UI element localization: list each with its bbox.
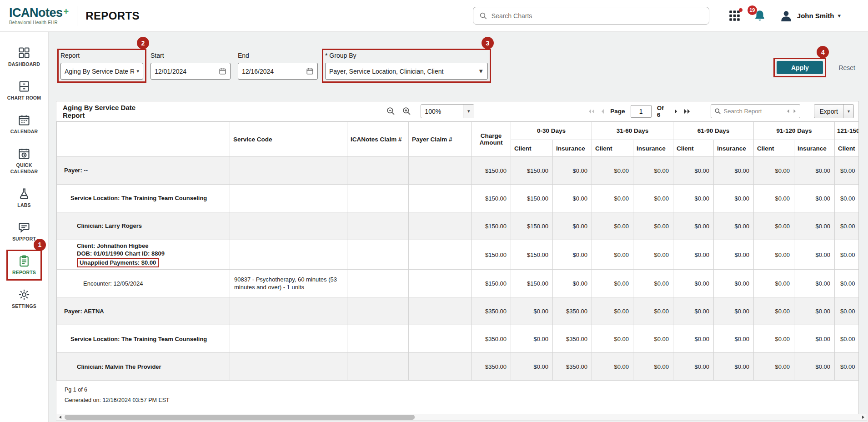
chevron-down-icon[interactable]: ▾ xyxy=(843,105,853,118)
icanotes-claim-cell xyxy=(347,297,409,325)
aging-amount-cell: $0.00 xyxy=(511,353,553,381)
charge-amount-cell: $150.00 xyxy=(472,270,511,297)
calendar-icon xyxy=(18,114,30,126)
export-button[interactable]: Export ▾ xyxy=(814,104,854,118)
unapplied-payments-annotated-text: Unapplied Payments: $0.00 xyxy=(77,258,159,267)
sub-header-insurance: Insurance xyxy=(794,140,835,157)
start-date-field[interactable] xyxy=(151,63,231,80)
brand-plus-icon: + xyxy=(64,7,69,16)
end-date-label: End xyxy=(238,52,318,59)
start-date-input[interactable] xyxy=(155,68,216,75)
table-row[interactable]: Service Location: The Training Team Coun… xyxy=(57,325,859,353)
aging-amount-cell: $0.00 xyxy=(714,353,754,381)
search-charts-input[interactable] xyxy=(492,12,703,20)
sidebar-item-reports[interactable]: REPORTS1 xyxy=(5,253,44,277)
aging-amount-cell: $0.00 xyxy=(673,212,714,240)
zoom-out-icon[interactable] xyxy=(386,106,396,116)
sidebar-item-quick-calendar[interactable]: QUICK CALENDAR xyxy=(5,146,44,176)
aging-amount-cell: $0.00 xyxy=(835,185,858,212)
table-row[interactable]: Clinician: Larry Rogers$150.00$150.00$0.… xyxy=(57,212,859,240)
table-row[interactable]: Service Location: The Training Team Coun… xyxy=(57,185,859,212)
page-label: Page xyxy=(610,108,625,115)
support-icon xyxy=(18,221,30,234)
payer-claim-cell xyxy=(409,270,472,297)
scroll-left-icon[interactable] xyxy=(56,415,64,419)
horizontal-scrollbar[interactable] xyxy=(56,414,867,421)
sidebar-item-labs[interactable]: LABS xyxy=(5,186,44,210)
table-row[interactable]: Encounter: 12/05/202490837 - Psychothera… xyxy=(57,270,859,297)
aging-amount-cell: $0.00 xyxy=(592,297,633,325)
search-charts-box[interactable] xyxy=(473,7,709,25)
col-header-service-code: Service Code xyxy=(230,122,347,157)
sidebar-item-chart-room[interactable]: CHART ROOM xyxy=(5,78,44,103)
calendar-icon[interactable] xyxy=(219,67,226,75)
table-row[interactable]: Payer: AETNA$350.00$0.00$350.00$0.00$0.0… xyxy=(57,297,859,325)
search-report-box[interactable] xyxy=(711,104,800,118)
aging-amount-cell: $0.00 xyxy=(633,270,673,297)
aging-report-table: Service Code ICANotes Claim # Payer Clai… xyxy=(56,121,858,381)
zoom-level-value: 100% xyxy=(421,105,463,118)
aging-amount-cell: $0.00 xyxy=(754,240,794,270)
payer-claim-cell xyxy=(409,353,472,381)
end-date-input[interactable] xyxy=(242,68,303,75)
aging-amount-cell: $0.00 xyxy=(633,297,673,325)
aging-amount-cell: $0.00 xyxy=(553,185,592,212)
sidebar-item-settings[interactable]: SETTINGS xyxy=(5,286,44,311)
footer-page-text: Pg 1 of 6 xyxy=(65,387,858,393)
icanotes-logo[interactable]: ICANotes + Behavioral Health EHR xyxy=(9,7,69,25)
table-row[interactable]: Clinician: Malvin The Provider$350.00$0.… xyxy=(57,353,859,381)
end-date-field[interactable] xyxy=(238,63,318,80)
page-number-input[interactable] xyxy=(631,105,652,118)
group-by-select[interactable]: Payer, Service Location, Clinician, Clie… xyxy=(325,63,488,80)
aging-amount-cell: $0.00 xyxy=(835,157,858,185)
aging-amount-cell: $0.00 xyxy=(714,325,754,353)
chevron-down-icon[interactable]: ▾ xyxy=(463,105,474,118)
aging-amount-cell: $150.00 xyxy=(511,212,553,240)
table-row[interactable]: Payer: --$150.00$150.00$0.00$0.00$0.00$0… xyxy=(57,157,859,185)
aging-amount-cell: $0.00 xyxy=(714,157,754,185)
reset-link[interactable]: Reset xyxy=(838,64,855,71)
report-panel: Aging By Service Date Report 100% ▾ xyxy=(56,101,859,415)
export-label: Export xyxy=(814,105,843,118)
aging-amount-cell: $0.00 xyxy=(592,185,633,212)
scrollbar-thumb[interactable] xyxy=(65,415,415,420)
aging-amount-cell: $0.00 xyxy=(592,325,633,353)
user-name: John Smith xyxy=(797,12,834,20)
search-report-input[interactable] xyxy=(724,108,783,115)
aging-amount-cell: $0.00 xyxy=(754,325,794,353)
apply-button[interactable]: Apply xyxy=(777,61,823,74)
annotation-badge-3: 3 xyxy=(482,37,494,49)
aging-amount-cell: $350.00 xyxy=(553,353,592,381)
col-header-charge-amount: Charge Amount xyxy=(472,122,511,157)
zoom-level-select[interactable]: 100% ▾ xyxy=(421,104,474,118)
sidebar-item-dashboard[interactable]: DASHBOARD xyxy=(5,45,44,69)
zoom-in-icon[interactable] xyxy=(402,106,411,116)
row-label-line: Clinician: Malvin The Provider xyxy=(77,363,227,371)
scroll-right-icon[interactable] xyxy=(859,415,867,419)
header-actions: 19 John Smith ▾ xyxy=(728,9,841,23)
aging-amount-cell: $0.00 xyxy=(754,157,794,185)
first-page-icon[interactable] xyxy=(588,108,596,115)
user-menu[interactable]: John Smith ▾ xyxy=(779,9,841,23)
aging-amount-cell: $0.00 xyxy=(673,240,714,270)
scrollbar-track[interactable] xyxy=(64,415,859,420)
last-page-icon[interactable] xyxy=(683,108,691,115)
previous-page-icon[interactable] xyxy=(600,108,605,115)
sidebar-item-calendar[interactable]: CALENDAR xyxy=(5,112,44,136)
apps-grid-icon[interactable] xyxy=(728,10,741,22)
table-row[interactable]: Client: Johnathon HigbeeDOB: 01/01/1990 … xyxy=(57,240,859,270)
find-previous-icon[interactable] xyxy=(786,109,790,114)
next-page-icon[interactable] xyxy=(674,108,678,115)
sidebar-item-label: LABS xyxy=(17,202,30,208)
aging-amount-cell: $0.00 xyxy=(714,270,754,297)
aging-amount-cell: $0.00 xyxy=(835,270,858,297)
charge-amount-cell: $150.00 xyxy=(472,157,511,185)
aging-amount-cell: $0.00 xyxy=(511,325,553,353)
notifications-button[interactable]: 19 xyxy=(753,9,767,23)
sub-header-client: Client xyxy=(673,140,714,157)
report-select[interactable]: Aging By Service Date Report ▾ xyxy=(60,63,143,80)
calendar-icon[interactable] xyxy=(306,67,314,75)
service-code-cell xyxy=(230,185,347,212)
find-next-icon[interactable] xyxy=(793,109,797,114)
col-header-icanotes-claim: ICANotes Claim # xyxy=(347,122,409,157)
